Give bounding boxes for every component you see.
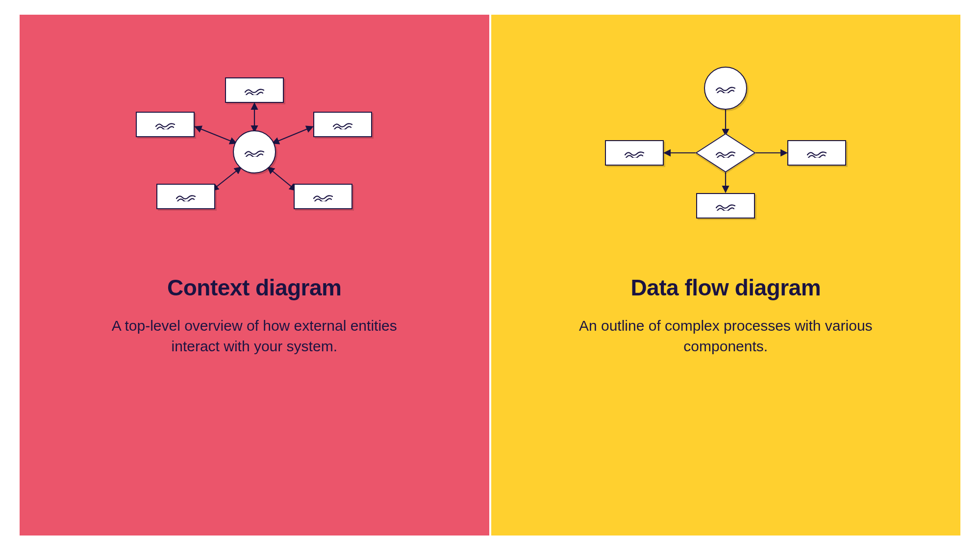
- squiggle-icon: [806, 148, 827, 158]
- rect-node-left: [605, 140, 664, 166]
- squiggle-icon: [313, 192, 333, 201]
- context-diagram-description: A top-level overview of how external ent…: [98, 316, 411, 357]
- data-flow-diagram-panel: Data flow diagram An outline of complex …: [491, 15, 961, 536]
- circle-node-top: [704, 67, 747, 110]
- squiggle-icon: [715, 148, 736, 158]
- rect-node-bottom-right: [294, 184, 352, 209]
- context-diagram-panel: Context diagram A top-level overview of …: [20, 15, 489, 536]
- rect-node-right: [313, 112, 372, 137]
- squiggle-icon: [176, 192, 196, 201]
- squiggle-icon: [244, 85, 265, 95]
- rect-node-right: [787, 140, 846, 166]
- data-flow-diagram-description: An outline of complex processes with var…: [569, 316, 882, 357]
- diamond-node-center: [696, 135, 755, 170]
- center-circle-node: [233, 130, 276, 173]
- svg-line-1: [196, 127, 236, 143]
- squiggle-icon: [624, 148, 645, 158]
- context-diagram-title: Context diagram: [167, 274, 341, 301]
- squiggle-icon: [155, 120, 176, 129]
- rect-node-bottom: [696, 193, 755, 219]
- squiggle-icon: [244, 147, 265, 157]
- data-flow-diagram-illustration: [578, 73, 873, 230]
- svg-line-2: [273, 127, 312, 143]
- svg-line-3: [212, 168, 241, 190]
- rect-node-top: [225, 77, 284, 103]
- squiggle-icon: [332, 120, 353, 129]
- context-diagram-illustration: [107, 73, 402, 230]
- rect-node-left: [136, 112, 195, 137]
- data-flow-diagram-title: Data flow diagram: [630, 274, 821, 301]
- svg-line-4: [268, 168, 296, 190]
- squiggle-icon: [715, 83, 736, 93]
- rect-node-bottom-left: [156, 184, 215, 209]
- squiggle-icon: [715, 201, 736, 211]
